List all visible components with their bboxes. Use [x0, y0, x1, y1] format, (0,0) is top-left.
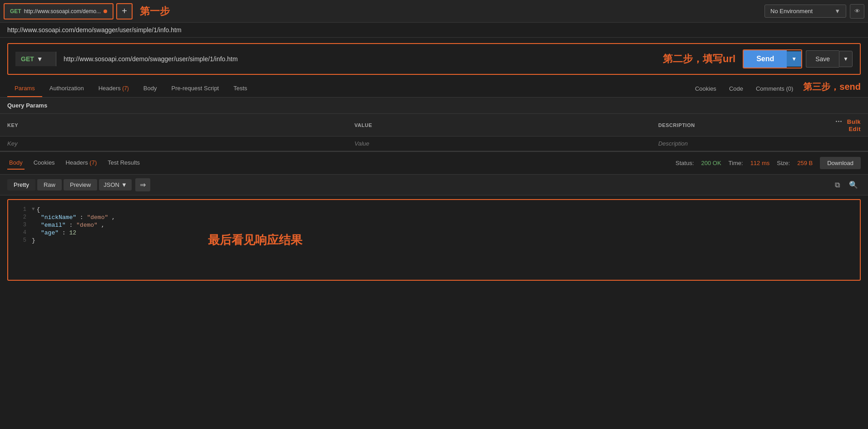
json-line-1: 1 ▼ { — [15, 206, 853, 213]
annotation-step1: 第一步 — [140, 5, 170, 18]
value-placeholder[interactable]: Value — [347, 136, 651, 151]
preview-button[interactable]: Preview — [64, 179, 97, 190]
send-chevron-button[interactable]: ▼ — [787, 51, 801, 67]
resp-tab-headers[interactable]: Headers (7) — [64, 156, 99, 170]
json-chevron-icon: ▼ — [121, 181, 127, 188]
json-line-5: 5 } — [15, 237, 853, 244]
params-table: KEY VALUE DESCRIPTION ··· Bulk Edit Key … — [0, 114, 868, 151]
wrap-icon: ⇒ — [140, 181, 146, 189]
resp-tab-test-results[interactable]: Test Results — [106, 156, 142, 170]
response-toolbar: Pretty Raw Preview JSON ▼ ⇒ ⧉ 🔍 — [0, 175, 868, 195]
request-row: GET ▼ 第二步，填写url Send ▼ Save ▼ — [7, 43, 861, 75]
save-button-group: Save ▼ — [806, 50, 853, 68]
resp-tab-cookies[interactable]: Cookies — [32, 156, 57, 170]
right-tabs: Cookies Code Comments (0) 第三步，send — [689, 81, 861, 97]
eye-button[interactable]: 👁 — [850, 4, 864, 19]
tab-cookies[interactable]: Cookies — [689, 81, 723, 97]
eye-icon: 👁 — [854, 8, 860, 15]
tab-pre-request-script[interactable]: Pre-request Script — [164, 80, 226, 97]
request-tab[interactable]: GET http://www.sosoapi.com/demo... — [4, 3, 113, 20]
size-label: Size: — [777, 160, 790, 166]
env-selector: No Environment ▼ 👁 — [764, 4, 864, 19]
env-dropdown[interactable]: No Environment ▼ — [764, 5, 846, 18]
tab-modified-dot — [104, 10, 107, 13]
json-content: 1 ▼ { 2 "nickName" : "demo" , 3 "email" … — [7, 199, 861, 281]
three-dots-icon[interactable]: ··· — [835, 117, 842, 125]
send-button-group: Send ▼ — [743, 49, 802, 68]
method-chevron-icon: ▼ — [37, 55, 43, 63]
time-label: Time: — [729, 160, 743, 166]
col-desc-header: DESCRIPTION — [651, 114, 824, 136]
response-icons-right: ⧉ 🔍 — [832, 179, 861, 191]
pretty-button[interactable]: Pretty — [7, 179, 35, 190]
method-select[interactable]: GET ▼ — [15, 52, 56, 66]
tab-comments[interactable]: Comments (0) — [750, 81, 799, 97]
collapse-icon[interactable]: ▼ — [32, 206, 35, 212]
json-line-3: 3 "email" : "demo" , — [15, 222, 853, 229]
response-status: Status: 200 OK Time: 112 ms Size: 259 B … — [676, 157, 861, 169]
url-breadcrumb: http://www.sosoapi.com/demo/swagger/user… — [0, 23, 868, 38]
tab-url: http://www.sosoapi.com/demo... — [24, 8, 101, 15]
description-placeholder[interactable]: Description — [651, 136, 824, 151]
key-placeholder[interactable]: Key — [0, 136, 347, 151]
status-label: Status: — [676, 160, 694, 166]
query-params-header: Query Params — [0, 98, 868, 114]
download-button[interactable]: Download — [820, 157, 861, 169]
url-input[interactable] — [56, 52, 656, 66]
tab-headers[interactable]: Headers (7) — [91, 80, 136, 97]
tab-method: GET — [10, 8, 21, 15]
bulk-edit-button[interactable]: Bulk Edit — [847, 118, 861, 132]
raw-button[interactable]: Raw — [37, 179, 62, 190]
size-value: 259 B — [797, 160, 813, 166]
annotation-step2: 第二步，填写url — [663, 52, 735, 66]
json-line-4: 4 "age" : 12 — [15, 229, 853, 236]
col-actions-header: ··· Bulk Edit — [824, 114, 868, 136]
tab-authorization[interactable]: Authorization — [42, 80, 91, 97]
tab-params[interactable]: Params — [7, 80, 42, 97]
copy-button[interactable]: ⧉ — [832, 179, 843, 191]
tab-bar: GET http://www.sosoapi.com/demo... + 第一步… — [0, 0, 868, 23]
chevron-down-icon: ▼ — [834, 8, 840, 15]
json-line-2: 2 "nickName" : "demo" , — [15, 214, 853, 221]
tab-body[interactable]: Body — [136, 80, 164, 97]
table-row: Key Value Description — [0, 136, 868, 151]
resp-tab-body[interactable]: Body — [7, 156, 25, 170]
add-tab-button[interactable]: + — [116, 3, 133, 20]
json-format-dropdown[interactable]: JSON ▼ — [99, 179, 132, 190]
env-label: No Environment — [770, 8, 813, 15]
request-tabs: Params Authorization Headers (7) Body Pr… — [0, 80, 868, 98]
save-button[interactable]: Save — [806, 50, 839, 68]
col-key-header: KEY — [0, 114, 347, 136]
send-button[interactable]: Send — [744, 50, 787, 68]
status-value: 200 OK — [701, 160, 721, 166]
method-text: GET — [21, 55, 34, 63]
annotation-last: 最后看见响应结果 — [208, 232, 302, 248]
annotation-step3: 第三步，send — [803, 81, 861, 97]
col-value-header: VALUE — [347, 114, 651, 136]
tab-code[interactable]: Code — [723, 81, 750, 97]
save-chevron-button[interactable]: ▼ — [839, 51, 853, 67]
search-icon-button[interactable]: 🔍 — [846, 179, 861, 191]
response-header: Body Cookies Headers (7) Test Results St… — [0, 151, 868, 175]
wrap-button[interactable]: ⇒ — [135, 178, 150, 191]
time-value: 112 ms — [750, 160, 770, 166]
tab-tests[interactable]: Tests — [226, 80, 254, 97]
